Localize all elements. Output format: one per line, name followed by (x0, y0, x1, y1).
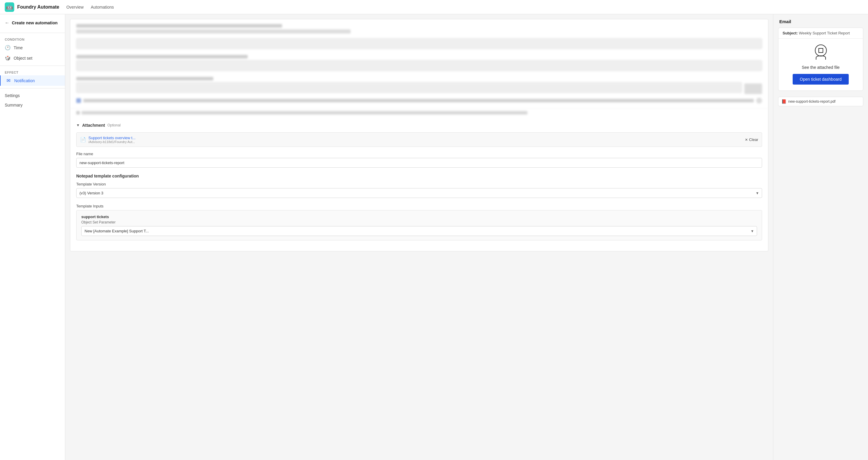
topnav-title: Foundry Automate (17, 4, 59, 10)
email-avatar-head (815, 44, 827, 56)
sidebar-page-title: Create new automation (12, 21, 58, 25)
template-inputs-select[interactable]: New [Automate Example] Support T... (81, 226, 757, 236)
email-subject-value: Weekly Support Ticket Report (799, 31, 850, 35)
attachment-file-icon: 📄 (80, 137, 86, 143)
email-subject-prefix: Subject: (782, 31, 798, 35)
sidebar: ← Create new automation Condition 🕐 Time… (0, 14, 65, 460)
template-inputs-group-label: support tickets (81, 215, 757, 219)
email-subject-bar: Subject: Weekly Support Ticket Report (778, 28, 863, 38)
topnav-logo: 🤖 Foundry Automate (5, 2, 59, 12)
attachment-name: Support tickets overview t... (88, 135, 743, 140)
topnav-link-overview[interactable]: Overview (66, 4, 84, 11)
back-arrow-icon: ← (5, 20, 9, 26)
sidebar-section-effect: Effect (0, 68, 65, 75)
time-icon: 🕐 (5, 45, 11, 51)
x-icon: ✕ (745, 138, 748, 142)
template-inputs-label: Template Inputs (76, 204, 762, 208)
attachment-info: Support tickets overview t... /Advisory-… (88, 135, 743, 144)
sidebar-item-time[interactable]: 🕐 Time (0, 42, 65, 53)
attachment-section-badge: Optional (107, 123, 121, 127)
sidebar-divider-top (0, 33, 65, 33)
blurred-advanced-section (70, 109, 768, 118)
notepad-template-section: Notepad template configuration Template … (76, 174, 762, 240)
sidebar-item-label-time: Time (13, 45, 23, 50)
sidebar-item-settings[interactable]: Settings (0, 91, 65, 100)
email-avatar-shoulders (816, 56, 826, 60)
filename-input[interactable] (76, 158, 762, 168)
email-body-text: See the attached file (802, 65, 840, 70)
topnav: 🤖 Foundry Automate Overview Automations (0, 0, 868, 14)
form-container: ▼ Attachment Optional 📄 Support tickets … (70, 19, 768, 251)
clear-label[interactable]: Clear (749, 137, 758, 142)
content-area: ▼ Attachment Optional 📄 Support tickets … (65, 14, 868, 460)
email-preview-title: Email (773, 14, 868, 28)
right-preview-panel: Email Subject: Weekly Support Ticket Rep… (773, 14, 868, 460)
middle-panel: ▼ Attachment Optional 📄 Support tickets … (65, 14, 773, 460)
sidebar-item-summary[interactable]: Summary (0, 100, 65, 110)
avatar-head-inner (818, 48, 823, 53)
template-version-select[interactable]: (v1) Version 1(v2) Version 2(v3) Version… (76, 188, 762, 198)
object-set-param-label: Object Set Parameter (81, 220, 757, 224)
email-preview-card: Subject: Weekly Support Ticket Report Se… (778, 28, 863, 91)
sidebar-item-label-object-set: Object set (13, 56, 32, 61)
template-inputs-box: support tickets Object Set Parameter New… (76, 210, 762, 240)
app-logo-icon: 🤖 (5, 2, 14, 12)
filename-field-group: File name (76, 152, 762, 168)
sidebar-item-notification[interactable]: ✉ Notification (0, 75, 65, 86)
sidebar-item-label-notification: Notification (14, 78, 35, 83)
email-body: See the attached file Open ticket dashbo… (778, 38, 863, 91)
visible-form-section: ▼ Attachment Optional 📄 Support tickets … (70, 118, 768, 251)
object-set-icon: 🎲 (5, 55, 11, 61)
notepad-section-title: Notepad template configuration (76, 174, 762, 178)
template-version-field-group: Template Version (v1) Version 1(v2) Vers… (76, 182, 762, 198)
topnav-link-automations[interactable]: Automations (91, 4, 114, 11)
clear-attachment-button[interactable]: ✕ Clear (745, 137, 758, 142)
sidebar-item-label-settings: Settings (5, 93, 20, 98)
sidebar-divider-mid (0, 66, 65, 66)
pdf-icon: 📕 (781, 99, 786, 104)
template-version-label: Template Version (76, 182, 762, 186)
template-version-select-wrapper: (v1) Version 1(v2) Version 2(v3) Version… (76, 188, 762, 198)
email-cta-button[interactable]: Open ticket dashboard (793, 74, 849, 85)
email-avatar-container (815, 44, 827, 60)
topnav-links: Overview Automations (66, 4, 114, 11)
sidebar-item-object-set[interactable]: 🎲 Object set (0, 53, 65, 63)
email-attachment-filename: new-support-tickets-report.pdf (788, 99, 835, 103)
blurred-message-section (70, 19, 768, 109)
main-layout: ← Create new automation Condition 🕐 Time… (0, 14, 868, 460)
attachment-section-title: Attachment (82, 123, 105, 128)
sidebar-back-button[interactable]: ← Create new automation (0, 19, 65, 30)
attachment-section-header[interactable]: ▼ Attachment Optional (76, 123, 762, 128)
attachment-row: 📄 Support tickets overview t... /Advisor… (76, 132, 762, 147)
attachment-path: /Advisory-b118d1/Foundry Aut... (88, 140, 743, 144)
chevron-down-icon: ▼ (76, 123, 80, 127)
template-inputs-field-group: Template Inputs support tickets Object S… (76, 204, 762, 240)
sidebar-section-condition: Condition (0, 35, 65, 42)
notification-icon: ✉ (5, 78, 11, 83)
filename-label: File name (76, 152, 762, 156)
template-inputs-select-wrapper: New [Automate Example] Support T... ▼ (81, 226, 757, 236)
email-pdf-attachment-tag: 📕 new-support-tickets-report.pdf (778, 97, 863, 106)
sidebar-item-label-summary: Summary (5, 103, 23, 108)
